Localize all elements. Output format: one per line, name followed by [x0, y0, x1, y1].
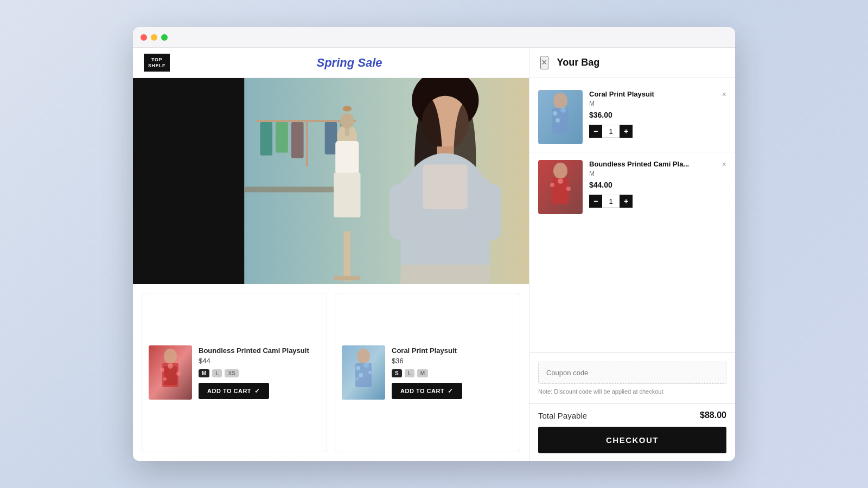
bag-item-1: Coral Print Playsuit M $36.00 − 1 + ×: [529, 82, 735, 152]
bag-item-thumbnail-1: [538, 90, 583, 144]
qty-decrease-2[interactable]: −: [589, 195, 602, 208]
size-S[interactable]: S: [392, 369, 402, 377]
bag-item-name-1: Coral Print Playsuit: [589, 90, 726, 98]
qty-control-2: − 1 +: [589, 195, 726, 208]
bag-item-remove-1[interactable]: ×: [722, 90, 726, 99]
product-info-2: Coral Print Playsuit $36 S L M ADD TO CA…: [392, 346, 513, 399]
total-amount: $88.00: [700, 410, 726, 420]
maximize-window-button[interactable]: [161, 34, 168, 41]
product-info-1: Boundless Printed Cami Playsuit $44 M L …: [199, 346, 320, 399]
bag-item-thumbnail-2: [538, 160, 583, 214]
checkmark-icon-1: ✓: [254, 387, 260, 395]
size-XS[interactable]: XS: [225, 369, 238, 377]
bag-footer: Total Payable $88.00 CHECKOUT: [529, 403, 735, 461]
svg-rect-12: [344, 232, 350, 282]
svg-point-53: [560, 107, 566, 113]
product-name-1: Boundless Printed Cami Playsuit: [199, 346, 320, 355]
svg-point-19: [340, 113, 354, 129]
bag-close-button[interactable]: ×: [540, 56, 548, 69]
add-to-cart-button-2[interactable]: ADD TO CART ✓: [392, 383, 462, 399]
bag-header: × Your Bag: [529, 48, 735, 78]
bag-item-name-2: Boundless Printed Cami Pla...: [589, 160, 726, 168]
logo: TOP SHELF: [144, 54, 170, 72]
total-row: Total Payable $88.00: [538, 410, 726, 420]
add-to-cart-button-1[interactable]: ADD TO CART ✓: [199, 383, 269, 399]
qty-value-1: 1: [602, 125, 620, 138]
svg-rect-30: [390, 184, 412, 240]
bag-items-list: Coral Print Playsuit M $36.00 − 1 + ×: [529, 78, 735, 352]
bag-item-size-1: M: [589, 100, 726, 107]
bag-item-remove-2[interactable]: ×: [722, 160, 726, 169]
product-card-2: Coral Print Playsuit $36 S L M ADD TO CA…: [335, 293, 520, 452]
minimize-window-button[interactable]: [151, 34, 157, 41]
svg-point-39: [176, 371, 181, 376]
products-grid: Boundless Printed Cami Playsuit $44 M L …: [133, 284, 529, 461]
coupon-input[interactable]: [538, 362, 726, 384]
qty-value-2: 1: [602, 195, 620, 208]
svg-point-56: [553, 163, 567, 179]
svg-point-58: [550, 183, 554, 187]
page-title: Spring Sale: [181, 56, 518, 70]
bag-item-price-2: $44.00: [589, 181, 726, 189]
svg-rect-13: [334, 276, 360, 280]
qty-control-1: − 1 +: [589, 125, 726, 138]
bag-item-details-2: Boundless Printed Cami Pla... M $44.00 −…: [589, 160, 726, 208]
left-header: TOP SHELF Spring Sale: [133, 48, 529, 78]
close-window-button[interactable]: [141, 34, 147, 41]
size-M[interactable]: M: [199, 369, 209, 377]
svg-rect-9: [291, 122, 304, 158]
svg-point-48: [355, 377, 359, 381]
svg-rect-36: [164, 366, 177, 385]
size-L[interactable]: L: [212, 369, 222, 377]
app-window: TOP SHELF Spring Sale: [133, 27, 735, 461]
qty-increase-1[interactable]: +: [620, 125, 633, 138]
svg-point-37: [160, 368, 164, 372]
svg-rect-6: [306, 122, 308, 166]
bag-title: Your Bag: [557, 57, 600, 68]
svg-point-44: [356, 366, 360, 370]
svg-rect-17: [334, 173, 360, 217]
total-label: Total Payable: [538, 411, 587, 420]
svg-point-59: [558, 178, 563, 184]
logo-line2: SHELF: [148, 63, 165, 68]
svg-rect-29: [423, 164, 468, 209]
product-price-1: $44: [199, 357, 320, 365]
checkout-button[interactable]: CHECKOUT: [538, 427, 726, 453]
svg-point-38: [168, 363, 173, 369]
bag-item-2: Boundless Printed Cami Pla... M $44.00 −…: [529, 152, 735, 222]
svg-rect-10: [325, 122, 337, 155]
add-to-cart-label-1: ADD TO CART: [207, 388, 251, 394]
svg-point-46: [359, 373, 363, 377]
svg-rect-16: [335, 141, 359, 175]
title-bar: [133, 27, 735, 48]
product-thumbnail-1: [149, 345, 192, 400]
checkmark-icon-2: ✓: [448, 387, 454, 395]
coupon-note: Note: Discount code will be applied at c…: [538, 388, 726, 395]
size-M[interactable]: M: [417, 369, 428, 377]
svg-rect-0: [133, 78, 245, 284]
svg-point-45: [363, 362, 369, 368]
product-image-1: [149, 345, 192, 400]
product-name-2: Coral Print Playsuit: [392, 346, 513, 355]
svg-rect-32: [401, 265, 490, 284]
product-image-2: [342, 345, 385, 400]
qty-increase-2[interactable]: +: [620, 195, 633, 208]
svg-point-50: [553, 93, 567, 109]
svg-point-54: [556, 118, 560, 123]
svg-rect-21: [345, 106, 349, 110]
size-L[interactable]: L: [405, 369, 414, 377]
svg-point-34: [164, 349, 177, 364]
svg-point-60: [566, 187, 571, 191]
left-panel: TOP SHELF Spring Sale: [133, 48, 529, 461]
svg-rect-7: [260, 122, 272, 156]
svg-point-42: [357, 349, 370, 364]
product-thumbnail-2: [342, 345, 385, 400]
add-to-cart-label-2: ADD TO CART: [400, 388, 444, 394]
product-price-2: $36: [392, 357, 513, 365]
bag-item-price-1: $36.00: [589, 111, 726, 119]
bag-item-details-1: Coral Print Playsuit M $36.00 − 1 +: [589, 90, 726, 138]
product-card-1: Boundless Printed Cami Playsuit $44 M L …: [142, 293, 327, 452]
bag-item-size-2: M: [589, 170, 726, 177]
qty-decrease-1[interactable]: −: [589, 125, 602, 138]
app-body: TOP SHELF Spring Sale: [133, 48, 735, 461]
